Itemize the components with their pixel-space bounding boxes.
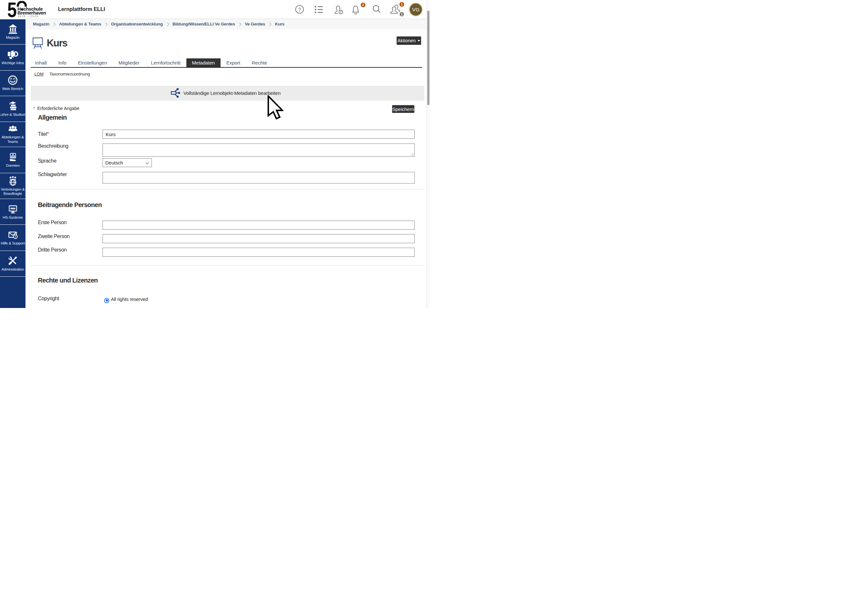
- svg-text:5: 5: [8, 1, 17, 19]
- svg-text:?: ?: [14, 235, 16, 238]
- svg-text:1975 – 2025: 1975 – 2025: [18, 15, 39, 18]
- svg-text:1: 1: [401, 2, 403, 6]
- svg-text:1: 1: [401, 13, 403, 16]
- svg-text:VG: VG: [412, 7, 419, 12]
- svg-text:2: 2: [362, 3, 364, 7]
- svg-text:?: ?: [298, 7, 301, 13]
